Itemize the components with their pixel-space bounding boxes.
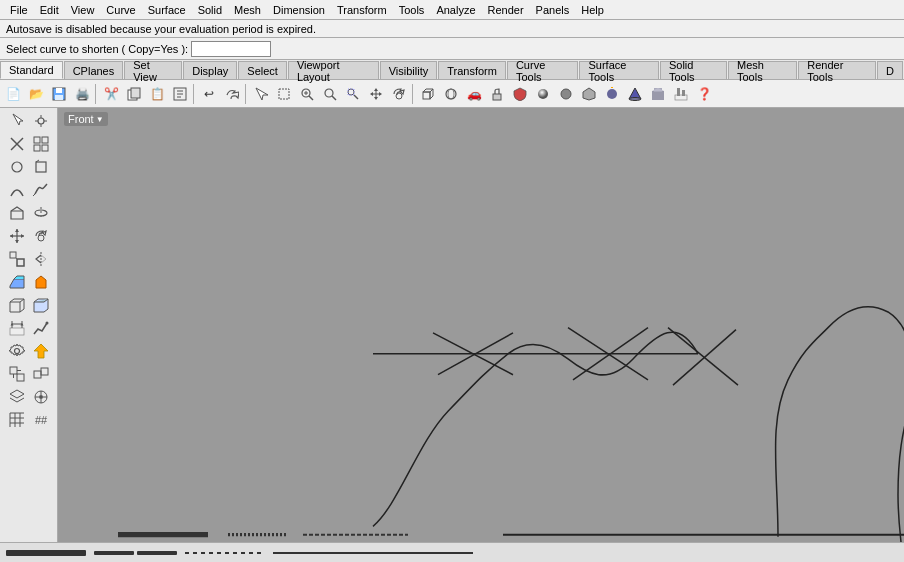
box3d-icon[interactable] <box>5 294 28 316</box>
mesh-icon[interactable] <box>5 409 28 431</box>
tab-solid-tools[interactable]: Solid Tools <box>660 61 727 79</box>
mirror-icon[interactable] <box>29 248 52 270</box>
tab-cplanes[interactable]: CPlanes <box>64 61 124 79</box>
svg-rect-84 <box>41 368 48 375</box>
sphere-btn[interactable] <box>440 83 462 105</box>
rotate-view-btn[interactable] <box>388 83 410 105</box>
paste-btn[interactable]: 📋 <box>146 83 168 105</box>
sidebar-row-13 <box>5 386 52 408</box>
pan-btn[interactable] <box>365 83 387 105</box>
point-icon[interactable] <box>29 110 52 132</box>
tab-standard[interactable]: Standard <box>0 61 63 79</box>
menu-transform[interactable]: Transform <box>331 2 393 18</box>
move-icon[interactable] <box>5 225 28 247</box>
svg-marker-62 <box>21 234 24 238</box>
menu-tools[interactable]: Tools <box>393 2 431 18</box>
menu-file[interactable]: File <box>4 2 34 18</box>
window-select-btn[interactable] <box>273 83 295 105</box>
svg-rect-9 <box>279 89 289 99</box>
save-btn[interactable] <box>48 83 70 105</box>
menu-bar: File Edit View Curve Surface Solid Mesh … <box>0 0 904 20</box>
rotate-icon[interactable] <box>29 225 52 247</box>
polygon-icon[interactable] <box>29 156 52 178</box>
arrow-icon[interactable] <box>29 340 52 362</box>
layer-icon[interactable] <box>5 386 28 408</box>
svg-marker-60 <box>15 240 19 243</box>
freeform-icon[interactable] <box>29 179 52 201</box>
group-icon[interactable] <box>29 363 52 385</box>
grid-icon[interactable] <box>29 133 52 155</box>
open-btn[interactable]: 📂 <box>25 83 47 105</box>
viewport-label[interactable]: Front ▼ <box>64 112 108 126</box>
tab-visibility[interactable]: Visibility <box>380 61 438 79</box>
surface-icon[interactable] <box>29 271 52 293</box>
select-btn[interactable] <box>250 83 272 105</box>
3d-icon[interactable] <box>5 271 28 293</box>
tab-render-tools[interactable]: Render Tools <box>798 61 876 79</box>
tab-curve-tools[interactable]: Curve Tools <box>507 61 579 79</box>
menu-mesh[interactable]: Mesh <box>228 2 267 18</box>
menu-edit[interactable]: Edit <box>34 2 65 18</box>
menu-dimension[interactable]: Dimension <box>267 2 331 18</box>
tab-display[interactable]: Display <box>183 61 237 79</box>
tab-set-view[interactable]: Set View <box>124 61 182 79</box>
zoom-selected-btn[interactable] <box>342 83 364 105</box>
command-input[interactable] <box>191 41 271 57</box>
revolve-icon[interactable] <box>29 202 52 224</box>
tab-select[interactable]: Select <box>238 61 287 79</box>
arc-icon[interactable] <box>5 179 28 201</box>
extrude-icon[interactable] <box>5 202 28 224</box>
dimension-icon[interactable] <box>5 317 28 339</box>
svg-point-16 <box>348 89 354 95</box>
help-btn[interactable]: ❓ <box>693 83 715 105</box>
box-btn[interactable] <box>417 83 439 105</box>
sidebar-row-7 <box>5 248 52 270</box>
menu-render[interactable]: Render <box>482 2 530 18</box>
zoom-all-btn[interactable] <box>296 83 318 105</box>
analyze-icon[interactable] <box>29 317 52 339</box>
zoom-window-btn[interactable] <box>319 83 341 105</box>
tab-extra[interactable]: D <box>877 61 903 79</box>
car-btn[interactable]: 🚗 <box>463 83 485 105</box>
scale-icon[interactable] <box>5 248 28 270</box>
copy-btn[interactable] <box>123 83 145 105</box>
tab-viewport-layout[interactable]: Viewport Layout <box>288 61 379 79</box>
svg-rect-51 <box>36 162 46 172</box>
cut-btn[interactable]: ✂️ <box>100 83 122 105</box>
cone-btn[interactable] <box>624 83 646 105</box>
tab-surface-tools[interactable]: Surface Tools <box>579 61 658 79</box>
gear-icon[interactable] <box>5 340 28 362</box>
print-btn[interactable]: 🖨️ <box>71 83 93 105</box>
line-icon[interactable] <box>5 133 28 155</box>
sphere2-btn[interactable] <box>555 83 577 105</box>
trim-icon[interactable] <box>29 294 52 316</box>
menu-help[interactable]: Help <box>575 2 610 18</box>
material-btn[interactable] <box>532 83 554 105</box>
menu-curve[interactable]: Curve <box>100 2 141 18</box>
extra-btn[interactable] <box>670 83 692 105</box>
menu-analyze[interactable]: Analyze <box>430 2 481 18</box>
sidebar-row-8 <box>5 271 52 293</box>
redo-btn[interactable] <box>221 83 243 105</box>
menu-panels[interactable]: Panels <box>530 2 576 18</box>
tab-mesh-tools[interactable]: Mesh Tools <box>728 61 797 79</box>
object-btn[interactable] <box>169 83 191 105</box>
svg-rect-64 <box>10 252 16 258</box>
svg-line-15 <box>332 96 336 100</box>
menu-view[interactable]: View <box>65 2 101 18</box>
lock-btn[interactable] <box>486 83 508 105</box>
select-icon[interactable] <box>5 110 28 132</box>
render2-btn[interactable] <box>647 83 669 105</box>
circle-icon[interactable] <box>5 156 28 178</box>
undo-btn[interactable]: ↩ <box>198 83 220 105</box>
render-btn[interactable] <box>601 83 623 105</box>
transform-icon[interactable] <box>5 363 28 385</box>
tab-transform[interactable]: Transform <box>438 61 506 79</box>
cube2-btn[interactable] <box>578 83 600 105</box>
count-icon[interactable]: ## <box>29 409 52 431</box>
menu-solid[interactable]: Solid <box>192 2 228 18</box>
snap-icon[interactable] <box>29 386 52 408</box>
menu-surface[interactable]: Surface <box>142 2 192 18</box>
new-btn[interactable]: 📄 <box>2 83 24 105</box>
shield-btn[interactable] <box>509 83 531 105</box>
